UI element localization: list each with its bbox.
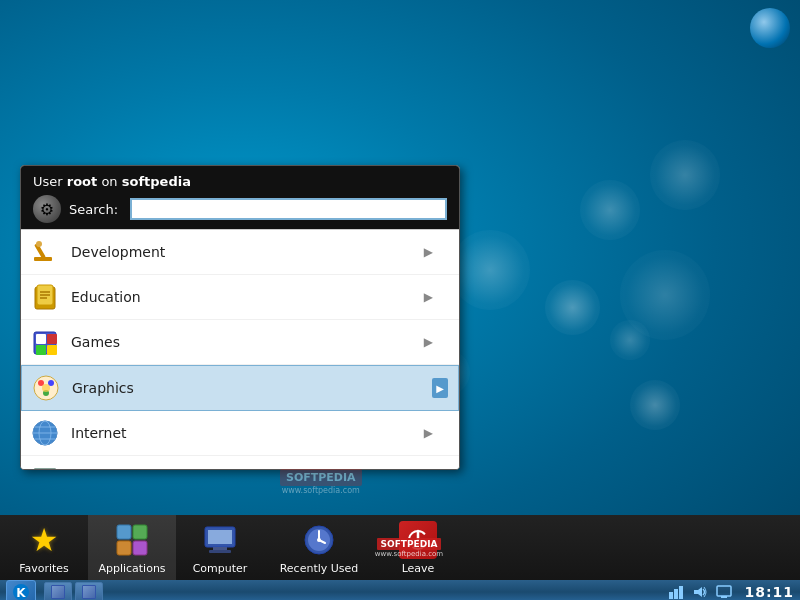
taskbar-btn-recently-used[interactable]: Recently Used <box>264 515 374 580</box>
menu-header: User root on softpedia ⚙ Search: <box>21 166 459 229</box>
svg-rect-30 <box>117 525 131 539</box>
search-icon: ⚙ <box>33 195 61 223</box>
system-tray: 18:11 <box>666 582 794 600</box>
tray-icon-network[interactable] <box>666 582 686 600</box>
menu-item-multimedia[interactable]: Multimedia ▶ <box>21 456 459 469</box>
desktop: User root on softpedia ⚙ Search: Develop… <box>0 0 800 600</box>
internet-icon <box>29 417 61 449</box>
taskbar-btn-applications[interactable]: Applications <box>88 515 176 580</box>
svg-point-15 <box>48 380 54 386</box>
taskbar-btn-computer[interactable]: Computer <box>176 515 264 580</box>
recently-used-icon <box>300 521 338 559</box>
education-label: Education <box>71 289 424 305</box>
application-menu-popup: User root on softpedia ⚙ Search: Develop… <box>20 165 460 470</box>
bokeh-circle-5 <box>620 250 710 340</box>
tray-icon-volume[interactable] <box>690 582 710 600</box>
recently-used-label: Recently Used <box>280 562 359 575</box>
bokeh-circle-4 <box>580 180 640 240</box>
taskbar-btn-favorites[interactable]: ★ Favorites <box>0 515 88 580</box>
games-label: Games <box>71 334 424 350</box>
svg-point-14 <box>38 380 44 386</box>
softpedia-taskbar-banner: SOFTPEDIA www.softpedia.com <box>364 515 454 580</box>
internet-label: Internet <box>71 425 424 441</box>
taskbar-bottom-bar: K <box>0 580 800 600</box>
development-label: Development <box>71 244 424 260</box>
globe-icon-topright <box>750 8 790 48</box>
svg-rect-49 <box>679 586 683 599</box>
education-arrow: ▶ <box>424 290 433 304</box>
development-icon <box>29 236 61 268</box>
bokeh-circle-1 <box>450 230 530 310</box>
softpedia-watermark: SOFTPEDIA www.softpedia.com <box>280 469 362 495</box>
svg-rect-32 <box>117 541 131 555</box>
applications-label: Applications <box>98 562 165 575</box>
menu-username: root <box>67 174 98 189</box>
menu-title: User root on softpedia <box>33 174 447 189</box>
taskbar-window-buttons <box>44 582 103 600</box>
svg-rect-10 <box>47 334 57 344</box>
window-icon-1 <box>51 585 65 599</box>
svg-rect-52 <box>721 596 727 598</box>
svg-rect-36 <box>213 547 227 550</box>
computer-label: Computer <box>193 562 248 575</box>
computer-icon <box>201 521 239 559</box>
svg-rect-11 <box>36 345 46 355</box>
bokeh-circle-2 <box>545 280 600 335</box>
taskbar-apps: ★ Favorites Applications <box>0 515 800 580</box>
favorites-label: Favorites <box>19 562 69 575</box>
svg-point-2 <box>36 241 42 247</box>
svg-rect-12 <box>47 345 57 355</box>
menu-item-games[interactable]: Games ▶ <box>21 320 459 365</box>
window-btn-1[interactable] <box>44 582 72 600</box>
search-input[interactable] <box>130 198 447 220</box>
search-label: Search: <box>69 202 118 217</box>
development-arrow: ▶ <box>424 245 433 259</box>
graphics-icon <box>30 372 62 404</box>
window-btn-2[interactable] <box>75 582 103 600</box>
graphics-arrow: ▶ <box>432 378 448 398</box>
education-icon <box>29 281 61 313</box>
menu-item-graphics[interactable]: Graphics ▶ <box>21 365 459 411</box>
start-button[interactable]: K <box>6 580 36 600</box>
tray-icon-display[interactable] <box>714 582 734 600</box>
taskbar: ★ Favorites Applications <box>0 515 800 600</box>
svg-point-42 <box>317 538 321 542</box>
favorites-icon: ★ <box>25 521 63 559</box>
games-icon <box>29 326 61 358</box>
svg-rect-51 <box>717 586 731 596</box>
svg-rect-47 <box>669 592 673 599</box>
menu-item-education[interactable]: Education ▶ <box>21 275 459 320</box>
menu-item-internet[interactable]: Internet ▶ <box>21 411 459 456</box>
menu-hostname: softpedia <box>122 174 191 189</box>
svg-rect-9 <box>36 334 46 344</box>
bokeh-circle-7 <box>650 140 720 210</box>
applications-icon <box>113 521 151 559</box>
svg-marker-50 <box>694 587 702 597</box>
svg-rect-35 <box>208 530 232 544</box>
svg-rect-31 <box>133 525 147 539</box>
internet-arrow: ▶ <box>424 426 433 440</box>
menu-items-list: Development ▶ Education ▶ <box>21 229 459 469</box>
games-arrow: ▶ <box>424 335 433 349</box>
svg-rect-37 <box>209 550 231 553</box>
menu-search-row: ⚙ Search: <box>33 195 447 223</box>
multimedia-icon <box>29 462 61 469</box>
svg-point-17 <box>42 384 50 392</box>
menu-item-development[interactable]: Development ▶ <box>21 230 459 275</box>
bokeh-circle-6 <box>630 380 680 430</box>
window-icon-2 <box>82 585 96 599</box>
svg-rect-48 <box>674 589 678 599</box>
svg-rect-33 <box>133 541 147 555</box>
svg-text:K: K <box>16 586 26 600</box>
system-clock: 18:11 <box>744 584 794 600</box>
graphics-label: Graphics <box>72 380 432 396</box>
